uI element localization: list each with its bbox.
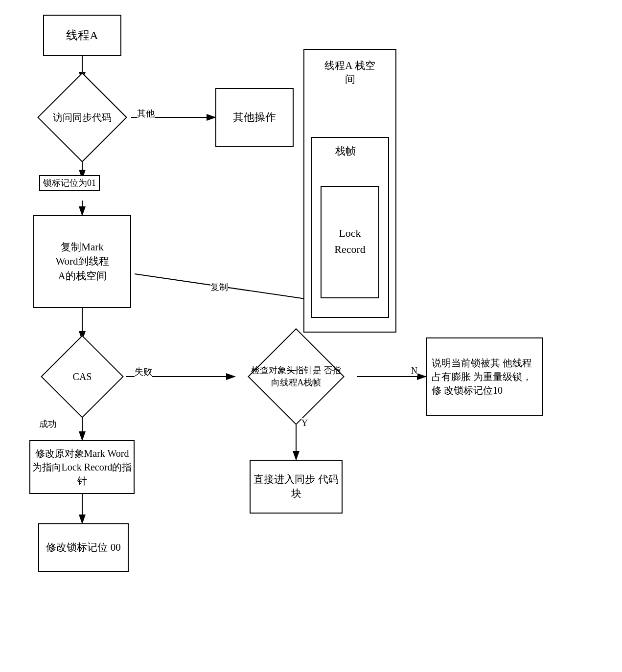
thread-a-box: 线程A — [43, 15, 121, 56]
success-edge-label: 成功 — [39, 418, 57, 430]
copy-mark-word-box: 复制Mark Word到线程 A的栈空间 — [33, 215, 131, 308]
check-ptr-diamond: 检查对象头指针是 否指向线程A栈帧 — [235, 340, 357, 413]
modify-lock-00-box: 修改锁标记位 00 — [38, 523, 129, 572]
n-edge-label: N — [411, 366, 417, 376]
y-edge-label: Y — [301, 418, 308, 428]
fail-edge-label: 失败 — [135, 366, 152, 378]
cas-diamond: CAS — [38, 340, 126, 413]
heavy-lock-box: 说明当前锁被其 他线程占有膨胀 为重量级锁，修 改锁标记位10 — [426, 337, 543, 416]
other-edge-label: 其他 — [137, 108, 155, 119]
stack-space-label: 线程A 栈空间 — [323, 59, 377, 86]
direct-enter-box: 直接进入同步 代码块 — [250, 460, 343, 514]
flowchart-container: 线程A 访问同步代码 其他操作 其他 锁标记位为01 复制Mark Word到线… — [0, 0, 622, 672]
modify-mark-word-box: 修改原对象Mark Word为指向Lock Record的指针 — [29, 440, 135, 494]
visit-sync-diamond: 访问同步代码 — [23, 81, 141, 154]
copy-edge-label: 复制 — [210, 281, 228, 293]
lock-mark-01-edge-label: 锁标记位为01 — [39, 175, 100, 191]
other-ops-box: 其他操作 — [215, 88, 294, 147]
stack-frame-label: 栈帧 — [335, 144, 356, 158]
lock-record-label: Lock Record — [328, 225, 372, 257]
